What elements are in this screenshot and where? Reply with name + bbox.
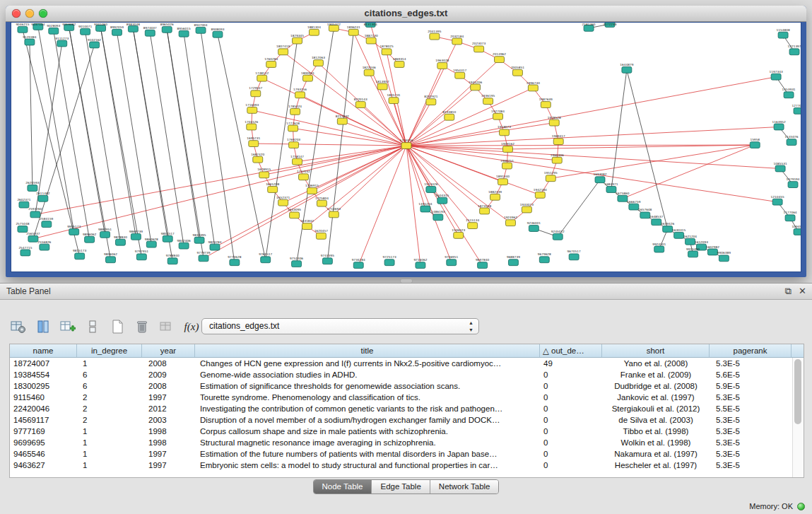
- graph-node[interactable]: [85, 236, 95, 243]
- graph-node[interactable]: [146, 241, 156, 247]
- graph-node[interactable]: [433, 214, 443, 221]
- table-row[interactable]: 2242004622012Investigating the contribut…: [10, 403, 804, 414]
- table-vertical-scrollbar[interactable]: [792, 358, 804, 477]
- table-cell[interactable]: 0: [540, 392, 602, 403]
- graph-node[interactable]: [552, 157, 562, 163]
- graph-node[interactable]: [778, 32, 788, 38]
- graph-node[interactable]: [500, 129, 510, 136]
- table-row[interactable]: 1456911722003Disruption of a novel membe…: [10, 414, 804, 426]
- table-cell[interactable]: 0: [540, 448, 602, 460]
- graph-node[interactable]: [28, 185, 37, 192]
- graph-node[interactable]: [112, 29, 122, 35]
- table-cell[interactable]: 1998: [142, 437, 195, 448]
- table-cell[interactable]: Embryonic stem cells: a model to study s…: [195, 460, 540, 471]
- graph-node[interactable]: [316, 233, 326, 239]
- graph-node[interactable]: [355, 102, 365, 108]
- graph-node[interactable]: [686, 238, 695, 245]
- graph-edge[interactable]: [551, 145, 755, 178]
- graph-node[interactable]: [210, 244, 220, 250]
- graph-node[interactable]: [629, 204, 639, 210]
- table-cell[interactable]: 9115460: [10, 392, 77, 403]
- column-header-title[interactable]: title: [195, 344, 540, 357]
- graph-node[interactable]: [309, 29, 319, 35]
- table-cell[interactable]: 2003: [142, 414, 195, 426]
- table-cell[interactable]: 5.3E-5: [710, 426, 792, 437]
- graph-node[interactable]: [278, 49, 288, 55]
- table-cell[interactable]: Franke et al. (2009): [602, 369, 710, 380]
- table-panel-titlebar[interactable]: Table Panel ⧉ ✕: [0, 284, 812, 300]
- graph-node[interactable]: [81, 28, 90, 35]
- graph-edge[interactable]: [327, 33, 353, 261]
- graph-node[interactable]: [771, 74, 781, 80]
- graph-node[interactable]: [505, 220, 515, 226]
- graph-edge[interactable]: [117, 33, 151, 245]
- show-columns-button[interactable]: [33, 317, 53, 336]
- graph-node[interactable]: [213, 31, 223, 37]
- graph-edge[interactable]: [293, 128, 406, 146]
- graph-node[interactable]: [553, 233, 563, 240]
- table-cell[interactable]: 9465546: [10, 448, 77, 460]
- graph-node[interactable]: [546, 175, 555, 182]
- graph-node[interactable]: [364, 69, 374, 76]
- graph-node[interactable]: [794, 229, 801, 235]
- graph-node[interactable]: [416, 262, 425, 269]
- graph-node[interactable]: [490, 194, 500, 200]
- graph-edge[interactable]: [406, 77, 776, 146]
- graph-edge[interactable]: [33, 45, 95, 238]
- graph-node[interactable]: [549, 119, 559, 126]
- graph-edge[interactable]: [201, 30, 235, 262]
- graph-node[interactable]: [257, 75, 267, 81]
- graph-node[interactable]: [541, 102, 551, 108]
- table-cell[interactable]: 1997: [142, 448, 195, 460]
- table-cell[interactable]: 0: [540, 426, 602, 437]
- graph-node[interactable]: [774, 124, 784, 130]
- table-cell[interactable]: 2009: [142, 369, 195, 380]
- graph-node[interactable]: [595, 177, 605, 183]
- graph-node[interactable]: [196, 27, 206, 33]
- table-row[interactable]: 1830029562008Estimation of significance …: [10, 380, 804, 392]
- graph-edge[interactable]: [35, 43, 62, 214]
- graph-edge[interactable]: [264, 146, 406, 175]
- graph-edge[interactable]: [101, 28, 142, 257]
- graph-node[interactable]: [348, 29, 358, 35]
- graph-node[interactable]: [337, 118, 347, 124]
- table-cell[interactable]: 19384554: [10, 369, 77, 380]
- table-cell[interactable]: 2: [77, 414, 142, 426]
- graph-node[interactable]: [787, 139, 796, 146]
- table-cell[interactable]: 9699695: [10, 437, 77, 448]
- graph-node[interactable]: [69, 229, 79, 235]
- graph-node[interactable]: [145, 30, 155, 36]
- graph-node[interactable]: [136, 254, 146, 260]
- graph-node[interactable]: [502, 163, 512, 169]
- table-cell[interactable]: 22420046: [10, 403, 77, 414]
- graph-node[interactable]: [430, 33, 440, 40]
- graph-node[interactable]: [115, 239, 125, 245]
- graph-node[interactable]: [162, 26, 172, 33]
- table-cell[interactable]: Wolkin et al. (1998): [602, 437, 710, 448]
- graph-edge[interactable]: [406, 42, 457, 146]
- graph-node[interactable]: [329, 211, 339, 218]
- graph-node[interactable]: [772, 199, 782, 205]
- graph-node[interactable]: [106, 257, 116, 263]
- table-cell[interactable]: 1997: [142, 460, 195, 471]
- graph-edge[interactable]: [133, 29, 172, 261]
- table-cell[interactable]: 5.5E-5: [710, 403, 792, 414]
- graph-node[interactable]: [508, 259, 518, 266]
- graph-node[interactable]: [445, 114, 454, 120]
- graph-node[interactable]: [553, 139, 563, 145]
- table-cell[interactable]: 0: [540, 380, 602, 392]
- graph-edge[interactable]: [406, 87, 476, 146]
- graph-node[interactable]: [307, 188, 317, 194]
- graph-node[interactable]: [289, 142, 299, 148]
- column-header-out-degree[interactable]: △ out_de…: [540, 344, 602, 357]
- table-cell[interactable]: 0: [540, 460, 602, 471]
- graph-edge[interactable]: [611, 70, 627, 189]
- table-cell[interactable]: Tourette syndrome. Phenomenology and cla…: [195, 392, 540, 403]
- graph-node[interactable]: [179, 30, 189, 37]
- table-cell[interactable]: 2: [77, 392, 142, 403]
- graph-node[interactable]: [707, 249, 717, 255]
- graph-node[interactable]: [789, 49, 799, 55]
- graph-edge[interactable]: [406, 127, 779, 146]
- table-cell[interactable]: 6: [77, 369, 142, 380]
- table-cell[interactable]: 1: [77, 437, 142, 448]
